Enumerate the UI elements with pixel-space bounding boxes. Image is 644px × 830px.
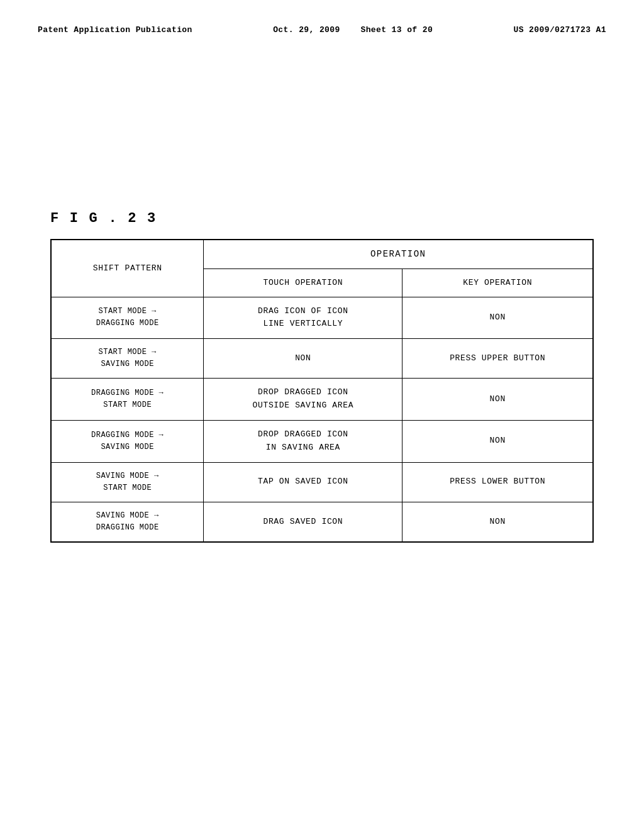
table-container: SHIFT PATTERN OPERATION TOUCH OPERATION … <box>50 239 594 543</box>
date-sheet: Oct. 29, 2009 Sheet 13 of 20 <box>273 25 433 35</box>
key-operation-cell: NON <box>402 502 593 543</box>
table-row: SAVING MODE →START MODETAP ON SAVED ICON… <box>51 462 593 502</box>
table-row: START MODE →DRAGGING MODEDRAG ICON OF IC… <box>51 297 593 339</box>
operation-table: SHIFT PATTERN OPERATION TOUCH OPERATION … <box>50 239 594 543</box>
figure-label: F I G . 2 3 <box>50 211 606 226</box>
key-operation-cell: PRESS UPPER BUTTON <box>402 339 593 379</box>
operation-header: OPERATION <box>204 240 593 269</box>
shift-pattern-cell: START MODE →SAVING MODE <box>51 339 204 379</box>
table-row: DRAGGING MODE →SAVING MODEDROP DRAGGED I… <box>51 421 593 463</box>
header-row-top: SHIFT PATTERN OPERATION <box>51 240 593 269</box>
key-operation-cell: NON <box>402 379 593 421</box>
shift-pattern-cell: DRAGGING MODE →START MODE <box>51 379 204 421</box>
touch-operation-cell: NON <box>204 339 402 379</box>
table-body: START MODE →DRAGGING MODEDRAG ICON OF IC… <box>51 297 593 542</box>
touch-operation-cell: DROP DRAGGED ICONIN SAVING AREA <box>204 421 402 463</box>
touch-operation-cell: DRAG SAVED ICON <box>204 502 402 543</box>
touch-operation-cell: TAP ON SAVED ICON <box>204 462 402 502</box>
page: Patent Application Publication Oct. 29, … <box>0 0 644 830</box>
key-operation-cell: PRESS LOWER BUTTON <box>402 462 593 502</box>
key-operation-header: KEY OPERATION <box>402 269 593 297</box>
shift-pattern-cell: START MODE →DRAGGING MODE <box>51 297 204 339</box>
key-operation-cell: NON <box>402 421 593 463</box>
table-row: START MODE →SAVING MODENONPRESS UPPER BU… <box>51 339 593 379</box>
touch-operation-cell: DROP DRAGGED ICONOUTSIDE SAVING AREA <box>204 379 402 421</box>
table-row: DRAGGING MODE →START MODEDROP DRAGGED IC… <box>51 379 593 421</box>
shift-pattern-header: SHIFT PATTERN <box>51 240 204 297</box>
date: Oct. 29, 2009 <box>273 25 340 35</box>
key-operation-cell: NON <box>402 297 593 339</box>
shift-pattern-cell: SAVING MODE →DRAGGING MODE <box>51 502 204 543</box>
shift-pattern-cell: SAVING MODE →START MODE <box>51 462 204 502</box>
shift-pattern-cell: DRAGGING MODE →SAVING MODE <box>51 421 204 463</box>
table-row: SAVING MODE →DRAGGING MODEDRAG SAVED ICO… <box>51 502 593 543</box>
patent-number: US 2009/0271723 A1 <box>514 25 606 35</box>
touch-operation-cell: DRAG ICON OF ICONLINE VERTICALLY <box>204 297 402 339</box>
publication-label: Patent Application Publication <box>38 25 192 35</box>
sheet-info: Sheet 13 of 20 <box>360 25 433 35</box>
touch-operation-header: TOUCH OPERATION <box>204 269 402 297</box>
page-header: Patent Application Publication Oct. 29, … <box>38 25 606 35</box>
